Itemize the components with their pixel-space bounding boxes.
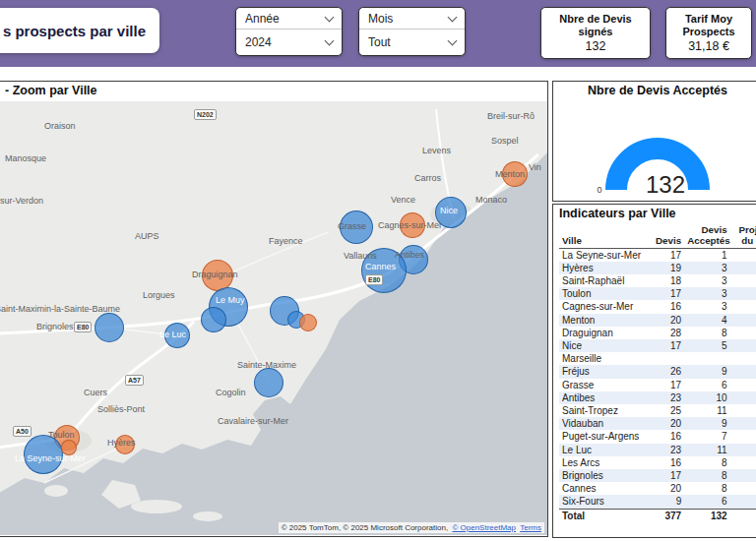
table-row[interactable]: Saint-Raphaël183 — [559, 274, 756, 287]
table-row[interactable]: Draguignan288 — [559, 327, 756, 339]
cell-value: 18 — [651, 274, 684, 287]
cell-value: 9 — [651, 495, 684, 509]
gauge-min-label: 0 — [597, 185, 601, 195]
cell-value: 4 — [684, 314, 729, 327]
cell-value: 8 — [684, 482, 729, 495]
map-canvas[interactable]: © 2025 TomTom, © 2025 Microsoft Corporat… — [0, 101, 547, 535]
cell-value — [684, 352, 729, 365]
col-header-devis-acceptes[interactable]: Devis Acceptés — [684, 224, 729, 248]
cell-value: 11 — [684, 444, 729, 456]
cell-ville: Menton — [559, 314, 651, 327]
cell-value: 1 — [684, 248, 729, 262]
table-row[interactable]: Les Arcs168 — [559, 456, 756, 469]
cell-value: 7 — [684, 430, 729, 443]
map-city-label: Cavalaire-sur-Mer — [218, 416, 288, 426]
table-row[interactable]: Puget-sur-Argens167 — [559, 430, 756, 443]
openstreetmap-link[interactable]: © OpenStreetMap — [452, 523, 516, 532]
table-row[interactable]: Six-Fours96 — [559, 495, 756, 509]
gauge-title: Nbre de Devis Acceptés — [553, 82, 756, 101]
cell-ville: Nice — [559, 339, 651, 352]
mois-slicer-header[interactable]: Mois — [359, 8, 465, 30]
table-row[interactable]: Menton204 — [559, 314, 756, 327]
gauge-panel: Nbre de Devis Acceptés 0 132 — [552, 81, 756, 202]
col-header-ville[interactable]: Ville — [559, 224, 651, 248]
table-row[interactable]: Saint-Tropez2511 — [559, 404, 756, 417]
cell-value — [730, 365, 756, 378]
col-header-projets[interactable]: Proje du C — [730, 224, 756, 248]
road-shield: A57 — [125, 375, 144, 386]
annee-slicer-dropdown[interactable]: 2024 — [236, 30, 342, 55]
cell-ville: Brignoles — [559, 469, 651, 482]
cell-value — [730, 417, 756, 430]
table-row[interactable]: Antibes2310 — [559, 391, 756, 404]
cell-value: 23 — [651, 391, 684, 404]
cell-value: 23 — [651, 444, 684, 456]
cell-value: 17 — [651, 379, 684, 391]
mois-slicer-dropdown[interactable]: Tout — [359, 30, 465, 55]
table-row[interactable]: Toulon173 — [559, 287, 756, 300]
map-city-label: Carros — [414, 173, 441, 183]
table-row[interactable]: La Seyne-sur-Mer171 — [559, 248, 756, 262]
map-city-label: Oraison — [44, 121, 76, 131]
table-row[interactable]: Cannes208 — [559, 482, 756, 495]
map-city-label: Toulon — [48, 430, 75, 440]
map-bubble-blue[interactable] — [254, 368, 284, 397]
city-table: Ville Devis Devis Acceptés Proje du C La… — [559, 224, 756, 523]
map-bubble-orange[interactable] — [299, 314, 317, 331]
table-row[interactable]: Grasse176 — [559, 379, 756, 391]
cell-ville: Cagnes-sur-Mer — [559, 300, 651, 313]
gauge-value: 132 — [646, 171, 685, 198]
map-city-label: Cogolin — [216, 388, 246, 397]
cell-value: 8 — [684, 469, 729, 482]
cell-value: 11 — [684, 404, 729, 417]
table-row[interactable]: Nice175 — [559, 339, 756, 352]
cell-value: 19 — [651, 262, 684, 274]
annee-slicer-header[interactable]: Année — [236, 8, 342, 30]
table-row[interactable]: Fréjus269 — [559, 365, 756, 378]
gauge-chart: 0 132 — [555, 101, 756, 198]
table-row[interactable]: Le Luc2311 — [559, 444, 756, 456]
map-title: - Zoom par Ville — [0, 82, 547, 101]
kpi-card-devis-signes: Nbre de Devis signés 132 — [540, 7, 651, 59]
cell-value: 25 — [651, 404, 684, 417]
cell-value — [730, 456, 756, 469]
terms-link[interactable]: Terms — [520, 523, 541, 532]
chevron-down-icon — [448, 13, 458, 23]
cell-value: 3 — [684, 262, 729, 274]
map-city-label: Le Luc — [159, 330, 186, 339]
cell-value: 8 — [684, 327, 729, 339]
cell-value: 3 — [684, 287, 729, 300]
map-city-label: Fayence — [269, 236, 303, 246]
chevron-down-icon — [325, 36, 335, 46]
report-title-card: s prospects par ville — [0, 8, 159, 53]
map-city-label: Menton — [495, 169, 525, 179]
col-header-devis[interactable]: Devis — [651, 224, 684, 248]
road-shield: E80 — [365, 274, 383, 285]
map-city-label: Solliès-Pont — [97, 404, 145, 414]
cell-ville: Puget-sur-Argens — [559, 430, 651, 443]
table-header-row: Ville Devis Devis Acceptés Proje du C — [559, 224, 756, 248]
map-city-label: Monaco — [475, 195, 507, 205]
map-bubble-blue[interactable] — [201, 307, 226, 332]
map-city-label: Brignoles — [36, 322, 74, 331]
map-city-label: Sospel — [491, 136, 519, 146]
table-row[interactable]: Cagnes-sur-Mer163 — [559, 300, 756, 313]
cell-value: 9 — [684, 417, 729, 430]
map-city-label: Cagnes-sur-Mer — [378, 220, 442, 230]
cell-ville: Hyères — [559, 262, 651, 274]
cell-value — [730, 430, 756, 443]
table-row[interactable]: Hyères193 — [559, 262, 756, 274]
cell-value — [730, 248, 756, 262]
table-row[interactable]: Brignoles178 — [559, 469, 756, 482]
table-row[interactable]: Marseille — [559, 352, 756, 365]
cell-value — [730, 262, 756, 274]
cell-ville: Toulon — [559, 287, 651, 300]
cell-ville: Marseille — [559, 352, 651, 365]
cell-value: 17 — [651, 469, 684, 482]
cell-value: 17 — [651, 287, 684, 300]
cell-value — [730, 404, 756, 417]
table-row[interactable]: Vidauban209 — [559, 417, 756, 430]
road-shield: A50 — [13, 426, 32, 437]
map-bubble-blue[interactable] — [94, 313, 124, 342]
cell-value: 17 — [651, 339, 684, 352]
